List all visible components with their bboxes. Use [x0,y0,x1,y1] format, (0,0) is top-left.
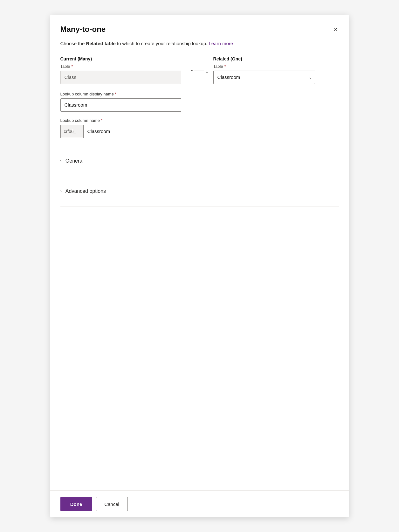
lookup-column-name-input[interactable] [84,125,181,138]
chevron-right-icon: › [60,158,62,163]
description-text: Choose the Related table to which to cre… [60,40,339,47]
advanced-section-header[interactable]: › Advanced options [60,185,339,197]
related-section-heading: Related (One) [213,56,339,61]
related-table-dropdown[interactable]: Classroom Course Student Instructor [213,71,315,84]
dialog-header: Many-to-one × [60,25,339,34]
current-table-input: Class [60,71,181,84]
divider-3 [60,206,339,206]
advanced-section: › Advanced options [60,184,339,199]
description-prefix: Choose the [60,41,86,46]
related-table-label: Table * [213,64,339,69]
tables-row: Current (Many) Table * Class * 1 Related… [60,56,339,84]
many-to-one-dialog: Many-to-one × Choose the Related table t… [50,15,349,517]
cancel-button[interactable]: Cancel [96,497,128,511]
description-suffix: to which to create your relationship loo… [116,41,208,46]
learn-more-link[interactable]: Learn more [209,41,233,46]
divider-2 [60,176,339,176]
close-button[interactable]: × [333,25,339,34]
advanced-section-title: Advanced options [65,188,106,194]
lookup-column-name-label: Lookup column name * [60,118,339,123]
relationship-connector: * 1 [186,68,213,74]
lookup-display-name-label: Lookup column display name * [60,92,339,96]
related-table-required: * [224,64,226,69]
current-section-heading: Current (Many) [60,56,186,61]
lookup-column-name-group: Lookup column name * crfb6_ [60,118,339,138]
current-table-section: Current (Many) Table * Class [60,56,186,84]
divider-1 [60,146,339,146]
lookup-column-name-required: * [101,118,102,123]
form-fields: Lookup column display name * Lookup colu… [60,92,339,138]
done-button[interactable]: Done [60,497,92,511]
lookup-column-name-wrapper: crfb6_ [60,125,181,138]
dialog-title: Many-to-one [60,25,106,34]
description-bold: Related table [86,41,115,46]
lookup-display-name-input[interactable] [60,98,181,112]
current-table-label: Table * [60,64,186,69]
lookup-display-name-group: Lookup column display name * [60,92,339,112]
current-table-required: * [72,64,73,69]
lookup-display-name-required: * [115,92,116,96]
general-section: › General [60,154,339,168]
general-section-title: General [65,158,84,164]
chevron-right-icon-2: › [60,189,62,193]
dialog-footer: Done Cancel [50,490,349,517]
lookup-column-prefix: crfb6_ [61,125,84,138]
dialog-body: Many-to-one × Choose the Related table t… [50,15,349,490]
connector-line [194,71,204,71]
related-table-dropdown-wrapper: Classroom Course Student Instructor ⌄ [213,71,315,84]
related-table-section: Related (One) Table * Classroom Course S… [213,56,339,84]
general-section-header[interactable]: › General [60,155,339,167]
